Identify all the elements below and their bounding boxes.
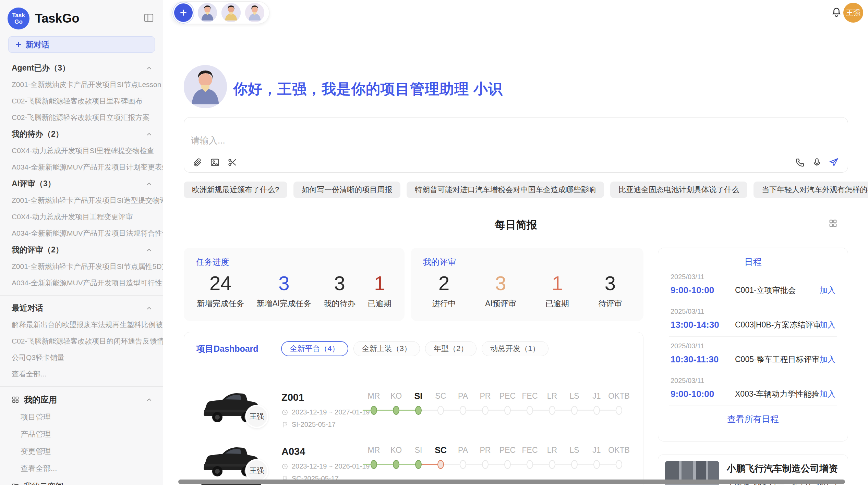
dashboard-tab[interactable]: 全新上装（3）: [353, 341, 420, 356]
sidebar-item[interactable]: C02-飞腾新能源轻客改款项目里程碑画布: [0, 93, 163, 109]
sidebar-section-header[interactable]: Agent已办（3）: [0, 60, 163, 76]
avatar-illustration: [184, 65, 227, 108]
dashboard-tab[interactable]: 动总开发（1）: [482, 341, 548, 356]
suggestion-chip[interactable]: 如何写一份清晰的项目周报: [293, 182, 400, 198]
event-time: 9:00-10:00: [671, 285, 735, 296]
sidebar-section-header[interactable]: 我的评审（2）: [0, 241, 163, 258]
avatar-illustration: [198, 3, 217, 22]
sidebar-scroll: Agent已办（3）Z001-全新燃油皮卡产品开发项目SI节点Lesson Le…: [0, 60, 163, 485]
phone-icon[interactable]: [795, 157, 805, 167]
session-avatar-2[interactable]: [221, 2, 241, 23]
recent-chat-item[interactable]: 公司Q3轻卡销量: [0, 349, 163, 366]
metric-value: 24: [197, 272, 244, 294]
cloud-space-label: 我的云空间: [24, 481, 63, 485]
grid-icon[interactable]: [828, 219, 838, 228]
recent-chats-header[interactable]: 最近对话: [0, 300, 163, 316]
logo-line1: Task: [12, 12, 25, 18]
event-time: 10:30-11:30: [671, 354, 735, 365]
metric-label: 新增完成任务: [197, 298, 244, 309]
join-link[interactable]: 加入: [820, 354, 835, 365]
mic-icon[interactable]: [812, 157, 822, 167]
project-dates: 2023-12-19 ~ 2027-01-19: [281, 408, 370, 416]
join-link[interactable]: 加入: [820, 285, 835, 296]
metric-value: 1: [545, 272, 569, 294]
apps-sub-item[interactable]: 产品管理: [0, 426, 163, 443]
scissors-icon[interactable]: [227, 157, 238, 167]
sidebar-item[interactable]: C02-飞腾新能源轻客改款项目立项汇报方案: [0, 109, 163, 126]
metric-label: 我的待办: [324, 298, 355, 309]
recent-chat-item[interactable]: 解释最新出台的欧盟报废车法规再生塑料比例被调至15%...: [0, 316, 163, 333]
sidebar-item[interactable]: C0X4-动力总成开发项目SI里程碑提交物检查: [0, 142, 163, 159]
sidebar-item-cloud-space[interactable]: 我的云空间: [0, 477, 163, 485]
sidebar-item[interactable]: A034-全新新能源MUV产品开发项目法规符合性评审: [0, 225, 163, 241]
clock-icon: [281, 463, 288, 470]
divider: [0, 386, 163, 387]
sidebar-section: AI评审（3）Z001-全新燃油轻卡产品开发项目SI造型提交物评审C0X4-动力…: [0, 175, 163, 241]
recent-chat-item[interactable]: 查看全部...: [0, 366, 163, 382]
dashboard-tabs: 全新平台（4）全新上装（3）年型（2）动总开发（1）: [281, 341, 548, 356]
image-icon[interactable]: [210, 157, 220, 167]
milestone-LR: LR: [541, 445, 563, 469]
milestone-MR: MR: [363, 445, 385, 469]
dashboard-tab[interactable]: 全新平台（4）: [281, 341, 348, 356]
milestone-LS: LS: [563, 445, 586, 469]
sidebar-item[interactable]: A034-全新新能源MUV产品开发项目计划变更表编写: [0, 159, 163, 175]
sidebar-item[interactable]: Z001-全新燃油轻卡产品开发项目SI造型提交物评审: [0, 192, 163, 209]
news-title: 小鹏飞行汽车制造公司增资: [727, 462, 841, 475]
metric-label: 新增AI完成任务: [256, 298, 311, 309]
new-chat-label: 新对话: [26, 39, 49, 50]
session-avatar-1[interactable]: [197, 2, 218, 23]
sidebar-item[interactable]: A034-全新新能源MUV产品开发项目造型可行性评审: [0, 275, 163, 291]
milestone-OKTB: OKTB: [608, 390, 630, 415]
sidebar-section-header[interactable]: AI评审（3）: [0, 175, 163, 192]
new-session-button[interactable]: [174, 3, 193, 22]
sidebar-section-header[interactable]: 我的待办（2）: [0, 126, 163, 142]
my-review-title: 我的评审: [411, 248, 643, 268]
suggestion-chip[interactable]: 当下年轻人对汽车外观有怎样的喜好趋势: [754, 182, 868, 198]
assistant-avatar: [184, 65, 227, 108]
milestone-PEC: PEC: [496, 390, 519, 415]
event-date: 2025/03/11: [671, 273, 835, 281]
user-avatar[interactable]: 王强: [843, 3, 863, 23]
join-link[interactable]: 加入: [820, 389, 835, 399]
join-link[interactable]: 加入: [820, 320, 835, 330]
plus-icon: [179, 8, 188, 17]
logo-line2: Go: [14, 18, 23, 25]
input-tools-left: [192, 157, 238, 167]
horizontal-scrollbar[interactable]: [178, 480, 845, 484]
apps-sub-item[interactable]: 变更管理: [0, 443, 163, 460]
metric: 3我的待办: [324, 272, 355, 309]
sidebar-apps-header[interactable]: 我的应用: [0, 391, 163, 409]
metric-value: 3: [485, 272, 516, 294]
view-all-schedule-link[interactable]: 查看所有日程: [658, 406, 848, 425]
milestone-PEC: PEC: [496, 445, 519, 469]
project-rows: 王强Z0012023-12-19 ~ 2027-01-19SI-2025-05-…: [184, 356, 643, 483]
project-row-A034[interactable]: 王强A0342023-12-19 ~ 2026-01-19SC-2025-05-…: [184, 441, 643, 485]
bell-icon[interactable]: [830, 6, 843, 18]
project-dates: 2023-12-19 ~ 2026-01-19: [281, 462, 370, 470]
sidebar-item[interactable]: C0X4-动力总成开发项目工程变更评审: [0, 209, 163, 225]
suggestion-chip[interactable]: 特朗普可能对进口汽车增税会对中国车企造成哪些影响: [407, 182, 604, 198]
apps-sub-item[interactable]: 项目管理: [0, 409, 163, 426]
event-name: C003|H0B-方案冻结评审: [735, 320, 820, 330]
new-chat-button[interactable]: 新对话: [8, 36, 155, 53]
milestone-LS: LS: [563, 390, 586, 415]
send-icon[interactable]: [829, 157, 839, 167]
session-avatar-3[interactable]: [244, 2, 265, 23]
sidebar-item[interactable]: Z001-全新燃油皮卡产品开发项目SI节点Lesson Learn报告: [0, 76, 163, 93]
project-row-Z001[interactable]: 王强Z0012023-12-19 ~ 2027-01-19SI-2025-05-…: [184, 387, 643, 438]
event-time: 9:00-10:00: [671, 389, 735, 399]
dashboard-header: 项目Dashboard 全新平台（4）全新上装（3）年型（2）动总开发（1）: [184, 332, 643, 356]
suggestion-chip[interactable]: 欧洲新规最近颁布了什么?: [184, 182, 287, 198]
milestone-OKTB: OKTB: [608, 445, 630, 469]
chat-input[interactable]: [191, 135, 671, 146]
dashboard-tab[interactable]: 年型（2）: [425, 341, 477, 356]
apps-sub-item[interactable]: 查看全部...: [0, 460, 163, 477]
milestone-SI: SI: [407, 445, 430, 469]
sidebar-item[interactable]: Z001-全新燃油轻卡产品开发项目SI节点属性5D文件评审: [0, 258, 163, 275]
paperclip-icon[interactable]: [192, 157, 203, 167]
sidebar-collapse-icon[interactable]: [143, 12, 154, 23]
recent-chat-item[interactable]: C02-飞腾新能源轻客改款项目的闭环通告反馈情况: [0, 333, 163, 349]
suggestion-chip[interactable]: 比亚迪全固态电池计划具体说了什么: [610, 182, 747, 198]
clock-icon: [281, 409, 288, 416]
